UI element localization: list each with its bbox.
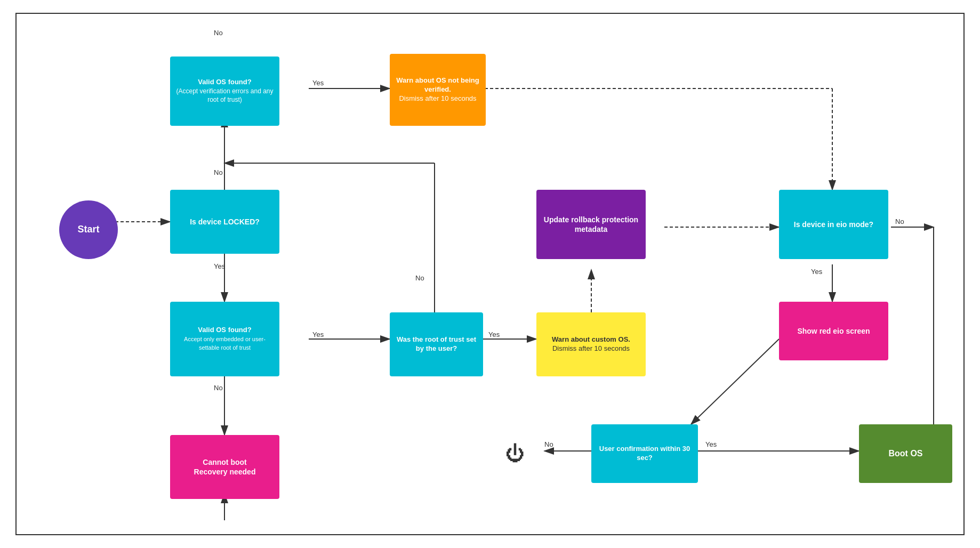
- valid-os-locked-label: Valid OS found?Accept only embedded or u…: [174, 326, 275, 353]
- label-no-locked: No: [214, 168, 223, 176]
- show-red-eio-label: Show red eio screen: [797, 326, 870, 336]
- start-label: Start: [77, 223, 99, 236]
- valid-os-unlocked-label: Valid OS found?(Accept verification erro…: [174, 78, 275, 105]
- update-rollback-node: Update rollback protection metadata: [536, 190, 646, 259]
- show-red-eio-node: Show red eio screen: [779, 302, 888, 360]
- label-yes-root-trust: Yes: [488, 331, 500, 339]
- warn-custom-os-label: Warn about custom OS.Dismiss after 10 se…: [552, 335, 630, 353]
- label-yes-valid-unlocked: Yes: [312, 79, 324, 87]
- update-rollback-label: Update rollback protection metadata: [541, 215, 641, 234]
- label-no-eio: No: [895, 217, 904, 225]
- valid-os-locked-node: Valid OS found?Accept only embedded or u…: [170, 302, 279, 376]
- power-off-node: ⏻: [496, 435, 534, 472]
- power-off-icon: ⏻: [505, 442, 525, 465]
- boot-os-label: Boot OS: [889, 448, 923, 460]
- label-yes-valid-locked: Yes: [312, 331, 324, 339]
- warn-os-node: Warn about OS not being verified.Dismiss…: [390, 54, 486, 126]
- warn-custom-os-node: Warn about custom OS.Dismiss after 10 se…: [536, 312, 646, 376]
- root-of-trust-node: Was the root of trust set by the user?: [390, 312, 483, 376]
- boot-os-node: Boot OS: [859, 424, 952, 483]
- warn-os-label: Warn about OS not being verified.Dismiss…: [394, 76, 481, 103]
- start-node: Start: [59, 200, 118, 259]
- svg-line-12: [691, 339, 779, 424]
- valid-os-unlocked-node: Valid OS found?(Accept verification erro…: [170, 57, 279, 126]
- user-confirm-node: User confirmation within 30 sec?: [591, 424, 698, 483]
- label-yes-locked: Yes: [214, 262, 225, 270]
- label-no-top: No: [214, 29, 223, 37]
- is-eio-mode-node: Is device in eio mode?: [779, 190, 888, 259]
- label-no-root-trust: No: [415, 274, 424, 282]
- is-eio-mode-label: Is device in eio mode?: [794, 220, 873, 229]
- is-locked-node: Is device LOCKED?: [170, 190, 279, 254]
- user-confirm-label: User confirmation within 30 sec?: [596, 445, 694, 463]
- label-yes-eio: Yes: [811, 268, 822, 276]
- root-of-trust-label: Was the root of trust set by the user?: [394, 335, 479, 353]
- cannot-boot-node: Cannot bootRecovery needed: [170, 435, 279, 499]
- label-yes-user-confirm: Yes: [705, 440, 717, 448]
- label-no-valid-locked: No: [214, 384, 223, 392]
- label-no-user-confirm: No: [544, 440, 553, 448]
- cannot-boot-label: Cannot bootRecovery needed: [194, 457, 256, 477]
- is-locked-label: Is device LOCKED?: [190, 217, 260, 227]
- diagram-container: Start Is device LOCKED? Valid OS found?(…: [15, 13, 965, 535]
